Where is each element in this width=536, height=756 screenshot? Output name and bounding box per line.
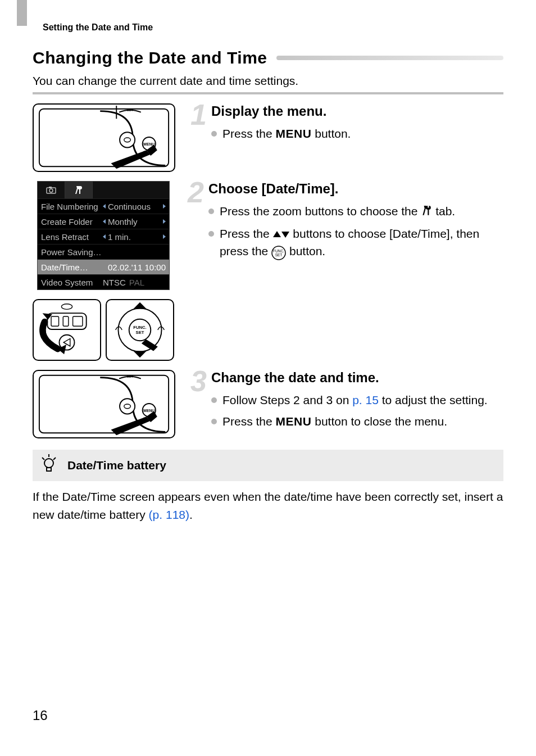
- step1-bullet1: Press the MENU button.: [211, 125, 351, 143]
- tip-text-pre: If the Date/Time screen appears even whe…: [33, 490, 503, 521]
- tip-text: If the Date/Time screen appears even whe…: [33, 488, 503, 523]
- svg-point-15: [61, 304, 72, 310]
- step3-heading: Change the date and time.: [211, 370, 488, 386]
- svg-text:FUNC.: FUNC.: [133, 325, 147, 330]
- updown-icon: [272, 227, 289, 240]
- step2-b2-post: button.: [286, 245, 325, 257]
- bullet-icon: [211, 397, 217, 403]
- step-number-1: 1: [188, 103, 207, 146]
- svg-line-32: [42, 458, 44, 460]
- step-number-2: 2: [188, 181, 204, 264]
- svg-rect-30: [47, 468, 51, 471]
- step2-bullet1: Press the zoom buttons to choose the tab…: [208, 202, 503, 221]
- svg-text:MENU: MENU: [143, 409, 155, 413]
- svg-point-8: [49, 189, 53, 192]
- bullet-icon: [211, 131, 217, 137]
- step1-b1-pre: Press the: [222, 127, 276, 140]
- svg-text:MENU: MENU: [143, 142, 155, 146]
- tip-box: Date/Time battery: [33, 450, 503, 481]
- svg-text:SET: SET: [136, 330, 144, 335]
- menu-row-create-folder: Create Folder Monthly: [38, 214, 169, 229]
- illustration-dpad: FUNC. SET: [106, 299, 174, 361]
- page-link-15[interactable]: p. 15: [352, 393, 379, 406]
- section-header: Setting the Date and Time: [33, 22, 153, 33]
- bullet-icon: [208, 231, 214, 237]
- menu-value: NTSC: [103, 278, 126, 287]
- bullet-icon: [208, 209, 214, 214]
- svg-rect-12: [63, 316, 69, 326]
- step2-b1-pre: Press the zoom buttons to choose the: [220, 205, 421, 218]
- right-arrow-icon: [163, 204, 166, 209]
- step1-b1-post: button.: [311, 127, 351, 140]
- menu-row-file-numbering: File Numbering Continuous: [38, 198, 169, 214]
- svg-point-24: [120, 399, 135, 414]
- step2-heading: Choose [Date/Time].: [208, 181, 503, 197]
- title-bar: [276, 56, 504, 60]
- menu-label: Power Saving…: [41, 247, 103, 257]
- menu-label: Date/Time…: [41, 262, 103, 272]
- page-link-118[interactable]: (p. 118): [149, 508, 189, 521]
- svg-text:SET: SET: [275, 253, 283, 257]
- page-number: 16: [33, 708, 48, 723]
- step3-b2-pre: Press the: [222, 415, 276, 428]
- menu-word-icon: MENU: [276, 127, 312, 140]
- step1-heading: Display the menu.: [211, 103, 351, 119]
- left-arrow-icon: [103, 204, 106, 209]
- menu-label: File Numbering: [41, 202, 103, 211]
- svg-rect-11: [51, 316, 58, 326]
- menu-value: 1 min.: [108, 232, 163, 242]
- menu-word-icon: MENU: [276, 415, 312, 428]
- step2-bullet2: Press the buttons to choose [Date/Time],…: [208, 225, 503, 261]
- svg-rect-9: [49, 187, 52, 188]
- svg-text:SET: SET: [127, 375, 134, 378]
- step3-b1-pre: Follow Steps 2 and 3 on: [222, 393, 352, 406]
- bullet-icon: [211, 419, 217, 424]
- svg-point-29: [44, 459, 53, 468]
- tools-icon: [421, 203, 432, 221]
- svg-line-33: [53, 458, 56, 460]
- side-tab: [17, 0, 27, 26]
- step2-b1-post: tab.: [432, 205, 455, 218]
- tools-tab-icon: [65, 182, 93, 198]
- menu-label: Video System: [41, 278, 103, 287]
- page-title: Changing the Date and Time: [33, 48, 267, 67]
- menu-row-lens-retract: Lens Retract 1 min.: [38, 229, 169, 244]
- funcset-icon: FUNC.SET: [271, 243, 286, 261]
- tip-text-post: .: [189, 508, 193, 521]
- menu-label: Lens Retract: [41, 232, 103, 242]
- step3-bullet2: Press the MENU button to close the menu.: [211, 413, 488, 431]
- tip-title: Date/Time battery: [67, 459, 166, 472]
- intro-text: You can change the current date and time…: [33, 74, 503, 88]
- menu-label: Create Folder: [41, 217, 103, 227]
- menu-value: Continuous: [108, 202, 163, 211]
- menu-value-alt: PAL: [129, 278, 144, 287]
- menu-value: 02.02.'11 10:00: [103, 262, 166, 272]
- menu-row-power-saving: Power Saving…: [38, 244, 169, 259]
- svg-point-1: [120, 132, 135, 147]
- step3-b2-post: button to close the menu.: [311, 415, 447, 428]
- step2-b2-pre: Press the: [220, 227, 273, 240]
- svg-rect-13: [73, 316, 83, 326]
- illustration-step1: MENU SET: [33, 103, 175, 172]
- svg-text:SET: SET: [127, 108, 134, 112]
- camera-tab-icon: [38, 182, 65, 198]
- divider: [33, 92, 503, 94]
- right-arrow-icon: [163, 234, 166, 239]
- menu-value: Monthly: [108, 217, 163, 227]
- left-arrow-icon: [103, 219, 106, 224]
- step3-b1-post: to adjust the setting.: [379, 393, 488, 406]
- illustration-step3: MENU SET: [33, 370, 175, 438]
- svg-text:FUNC.: FUNC.: [273, 249, 284, 253]
- left-arrow-icon: [103, 234, 106, 239]
- right-arrow-icon: [163, 219, 166, 224]
- step3-bullet1: Follow Steps 2 and 3 on p. 15 to adjust …: [211, 391, 488, 409]
- illustration-zoom: [33, 299, 101, 361]
- menu-screenshot: File Numbering Continuous Create Folder …: [37, 181, 170, 290]
- step-number-3: 3: [188, 370, 207, 433]
- menu-row-video-system: Video System NTSC PAL: [38, 274, 169, 289]
- menu-row-date-time: Date/Time… 02.02.'11 10:00: [38, 259, 169, 274]
- lightbulb-icon: [40, 454, 57, 477]
